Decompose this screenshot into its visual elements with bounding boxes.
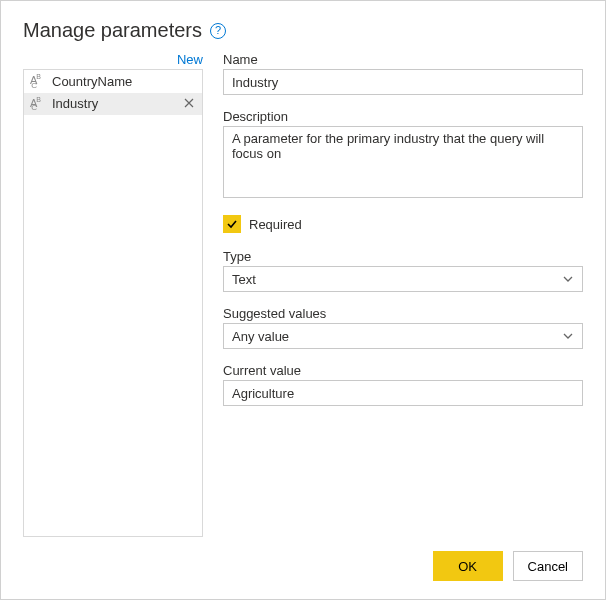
suggested-label: Suggested values — [223, 306, 583, 321]
name-field-block: Name — [223, 52, 583, 95]
ok-button[interactable]: OK — [433, 551, 503, 581]
manage-parameters-dialog: Manage parameters ? New AB C CountryName — [0, 0, 606, 600]
parameter-form: Name Description Required Type Text — [223, 52, 583, 537]
dialog-title: Manage parameters — [23, 19, 202, 42]
cancel-button[interactable]: Cancel — [513, 551, 583, 581]
suggested-field-block: Suggested values Any value — [223, 306, 583, 349]
type-label: Type — [223, 249, 583, 264]
type-value: Text — [232, 272, 256, 287]
delete-parameter-icon[interactable] — [182, 96, 196, 111]
help-icon[interactable]: ? — [210, 23, 226, 39]
current-label: Current value — [223, 363, 583, 378]
parameter-item-countryname[interactable]: AB C CountryName — [24, 70, 202, 93]
chevron-down-icon — [562, 330, 574, 342]
name-label: Name — [223, 52, 583, 67]
required-label: Required — [249, 217, 302, 232]
required-row: Required — [223, 215, 583, 233]
type-field-block: Type Text — [223, 249, 583, 292]
chevron-down-icon — [562, 273, 574, 285]
dialog-footer: OK Cancel — [23, 537, 583, 581]
description-label: Description — [223, 109, 583, 124]
parameter-label: Industry — [52, 96, 98, 111]
required-checkbox[interactable] — [223, 215, 241, 233]
current-value-input[interactable] — [223, 380, 583, 406]
text-type-icon: AB C — [30, 96, 46, 113]
parameter-label: CountryName — [52, 74, 132, 89]
description-field-block: Description — [223, 109, 583, 201]
parameter-list: AB C CountryName AB C Industry — [23, 69, 203, 537]
suggested-value: Any value — [232, 329, 289, 344]
dialog-header: Manage parameters ? — [23, 19, 583, 42]
parameter-item-industry[interactable]: AB C Industry — [24, 93, 202, 116]
new-parameter-link[interactable]: New — [177, 52, 203, 67]
suggested-select[interactable]: Any value — [223, 323, 583, 349]
new-row: New — [23, 52, 203, 67]
dialog-body: New AB C CountryName AB C Indust — [23, 52, 583, 537]
sidebar: New AB C CountryName AB C Indust — [23, 52, 203, 537]
current-field-block: Current value — [223, 363, 583, 406]
type-select[interactable]: Text — [223, 266, 583, 292]
description-input[interactable] — [223, 126, 583, 198]
text-type-icon: AB C — [30, 73, 46, 90]
name-input[interactable] — [223, 69, 583, 95]
